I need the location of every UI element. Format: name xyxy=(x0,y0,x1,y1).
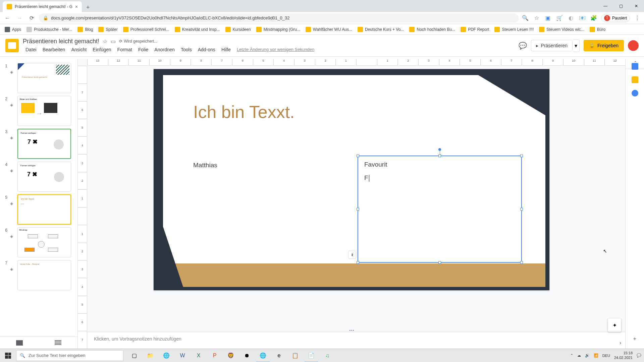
comment-icon[interactable]: 💬 xyxy=(519,42,527,50)
bookmark-item[interactable]: PDF Report xyxy=(459,25,491,34)
bookmark-item[interactable]: Kreativität und Insp... xyxy=(173,25,222,34)
taskbar-search[interactable]: 🔍 Zur Suche Text hier eingeben xyxy=(16,350,123,361)
maximize-button[interactable]: ▢ xyxy=(613,0,629,12)
resize-handle-bl[interactable] xyxy=(357,261,359,264)
app-icon[interactable]: 🦁 xyxy=(223,349,239,362)
chrome-icon[interactable]: 🌐 xyxy=(255,349,271,362)
tab-close-icon[interactable]: × xyxy=(75,4,78,9)
menu-folie[interactable]: Folie xyxy=(136,46,151,54)
bookmark-star-icon[interactable]: ☆ xyxy=(533,14,541,22)
share-button[interactable]: 🔒 Freigeben xyxy=(584,40,624,51)
extension-icon-2[interactable]: 🛒 xyxy=(555,14,564,22)
menu-anordnen[interactable]: Anordnen xyxy=(152,46,177,54)
language-indicator[interactable]: DEU xyxy=(602,354,610,358)
browser-tab[interactable]: Präsentieren leicht gemacht! - G × xyxy=(3,1,82,12)
extension-icon-4[interactable]: 📧 xyxy=(578,14,586,22)
rotate-handle[interactable] xyxy=(438,148,441,151)
reload-button[interactable]: ⟳ xyxy=(27,13,36,23)
profile-paused[interactable]: T Pausiert xyxy=(601,14,630,22)
forward-button[interactable]: → xyxy=(15,13,24,23)
extension-icon-3[interactable]: ◐ xyxy=(567,14,575,22)
add-addon-button[interactable]: + xyxy=(633,336,636,342)
vertical-ruler[interactable]: 76543211234567 xyxy=(78,66,87,349)
app-icon-2[interactable]: 📋 xyxy=(287,349,303,362)
bookmark-item[interactable]: Deutsche Kurs + Vo... xyxy=(356,25,406,34)
onedrive-icon[interactable]: ☁ xyxy=(577,353,581,358)
slide-thumbnail-4[interactable]: Formen einfügen7 ✖ xyxy=(17,162,71,192)
extension-icon-1[interactable]: ▣ xyxy=(544,14,552,22)
start-button[interactable] xyxy=(0,349,16,362)
bookmark-item[interactable]: Kursideen xyxy=(223,25,253,34)
bookmark-item[interactable]: Später xyxy=(96,25,119,34)
slide-thumbnail-5[interactable]: Ich bin Texxt.—— xyxy=(17,194,71,225)
edge2-icon[interactable]: e xyxy=(271,349,287,362)
slide-thumbnail-6[interactable]: Mindmap xyxy=(17,227,71,257)
slide[interactable]: Ich bin Texxt. Matthias ⇕ Favourit F xyxy=(154,69,549,290)
new-tab-button[interactable]: + xyxy=(83,3,93,12)
explore-button[interactable]: ✦ xyxy=(608,318,621,332)
autofit-indicator[interactable]: ⇕ xyxy=(348,251,356,259)
bookmark-item[interactable]: Steuern Videos wic... xyxy=(537,25,586,34)
bookmark-apps[interactable]: Apps xyxy=(3,25,23,34)
notification-icon[interactable]: 💬 xyxy=(637,353,641,358)
menu-addons[interactable]: Add-ons xyxy=(195,46,218,54)
present-button[interactable]: ▸ Präsentieren xyxy=(531,40,573,51)
document-title[interactable]: Präsentieren leicht gemacht! xyxy=(23,38,99,45)
close-window-button[interactable]: ✕ xyxy=(629,0,644,12)
extensions-puzzle-icon[interactable]: 🧩 xyxy=(590,14,598,22)
calendar-icon[interactable] xyxy=(632,63,638,70)
tray-chevron-icon[interactable]: ⌃ xyxy=(570,353,573,358)
speaker-notes[interactable]: Klicken, um Vortragsnotizen hinzuzufügen xyxy=(87,332,625,349)
horizontal-ruler[interactable]: 13121110987654321123456789101112 xyxy=(87,59,625,66)
url-field[interactable]: 🔒 docs.google.com/presentation/d/1yV372S… xyxy=(39,13,519,23)
bookmark-item[interactable]: Büro xyxy=(588,25,607,34)
slide-thumbnail-3[interactable]: Formen einfügen7 ✖ xyxy=(17,129,71,159)
resize-handle-tl[interactable] xyxy=(357,155,359,157)
tasks-icon[interactable] xyxy=(632,90,638,97)
menu-tools[interactable]: Tools xyxy=(178,46,195,54)
slide-thumbnail-7[interactable]: Erste Folie – Beispiel xyxy=(17,260,71,290)
resize-handle-tr[interactable] xyxy=(520,155,523,157)
filmstrip-view-button[interactable] xyxy=(16,340,23,346)
obs-icon[interactable]: ⏺ xyxy=(239,349,255,362)
bookmark-item[interactable]: Wahlfächer WU Aus... xyxy=(304,25,354,34)
show-side-panel-button[interactable]: › xyxy=(620,340,621,346)
menu-hilfe[interactable]: Hilfe xyxy=(219,46,233,54)
menu-datei[interactable]: Datei xyxy=(23,46,39,54)
volume-icon[interactable]: 🔊 xyxy=(585,353,590,358)
selected-text-box[interactable]: ⇕ Favourit F ↖ xyxy=(358,156,522,263)
slide-thumbnail-2[interactable]: Bilder und Grafiken→ xyxy=(17,96,71,126)
move-icon[interactable]: ▭ xyxy=(111,38,116,45)
star-icon[interactable]: ☆ xyxy=(103,38,107,45)
edge-icon[interactable]: 🌐 xyxy=(158,349,174,362)
browser-menu-icon[interactable]: ⋮ xyxy=(633,14,641,22)
explorer-icon[interactable]: 📁 xyxy=(142,349,158,362)
last-edit-link[interactable]: Letzte Änderung vor wenigen Sekunden xyxy=(234,46,317,54)
resize-handle-tm[interactable] xyxy=(438,155,441,157)
notepad-icon[interactable]: 📄 xyxy=(303,349,319,362)
present-dropdown[interactable]: ▾ xyxy=(573,40,580,52)
resize-handle-br[interactable] xyxy=(520,261,523,264)
taskbar-clock[interactable]: 15:18 24.02.2021 xyxy=(614,351,633,360)
slide-title-text[interactable]: Ich bin Texxt. xyxy=(193,102,295,122)
slide-body-left[interactable]: Matthias xyxy=(193,162,217,169)
grid-view-button[interactable] xyxy=(55,340,61,346)
menu-einfuegen[interactable]: Einfügen xyxy=(90,46,114,54)
resize-handle-mr[interactable] xyxy=(520,208,523,210)
resize-handle-ml[interactable] xyxy=(357,208,359,210)
spotify-icon[interactable]: ♫ xyxy=(319,349,335,362)
menu-bearbeiten[interactable]: Bearbeiten xyxy=(40,46,68,54)
bookmark-item[interactable]: Professionell Schrei... xyxy=(121,25,171,34)
bookmark-item[interactable]: Noch hochladen Bu... xyxy=(407,25,457,34)
back-button[interactable]: ← xyxy=(3,13,12,23)
account-avatar[interactable] xyxy=(628,40,639,51)
bookmark-item[interactable]: Produktsuche - Mer... xyxy=(24,25,74,34)
menu-ansicht[interactable]: Ansicht xyxy=(68,46,89,54)
bookmark-item[interactable]: Blog xyxy=(75,25,95,34)
slide-thumbnail-1[interactable]: Präsentieren leicht gemacht! xyxy=(17,63,71,93)
excel-icon[interactable]: X xyxy=(191,349,207,362)
powerpoint-icon[interactable]: P xyxy=(207,349,223,362)
task-view-button[interactable]: ▢ xyxy=(126,349,142,362)
menu-format[interactable]: Format xyxy=(115,46,135,54)
bookmark-item[interactable]: Steuern Lesen !!!! xyxy=(492,25,536,34)
